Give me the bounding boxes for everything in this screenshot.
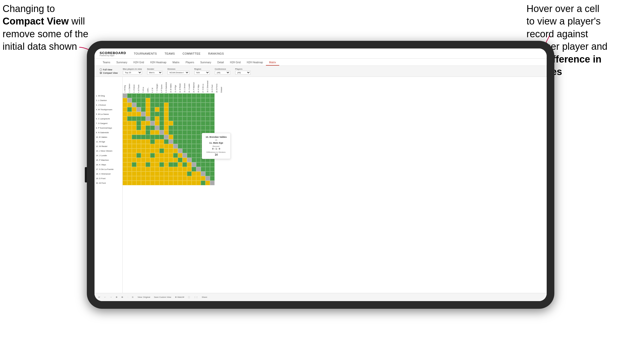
grid-cell[interactable] xyxy=(173,149,178,153)
grid-cell[interactable] xyxy=(141,149,146,153)
grid-cell[interactable] xyxy=(219,121,224,126)
grid-cell[interactable] xyxy=(150,181,155,185)
grid-cell[interactable] xyxy=(169,181,173,185)
grid-cell[interactable] xyxy=(196,126,201,130)
toolbar-grid-icon[interactable]: ⋮⋮ xyxy=(194,296,198,298)
grid-cell[interactable] xyxy=(164,176,169,181)
grid-cell[interactable] xyxy=(196,121,201,126)
grid-cell[interactable] xyxy=(141,112,146,116)
grid-cell[interactable] xyxy=(219,93,224,98)
tablet-button[interactable] xyxy=(85,167,87,182)
grid-cell[interactable] xyxy=(192,126,196,130)
grid-cell[interactable] xyxy=(136,153,141,158)
grid-cell[interactable] xyxy=(182,153,187,158)
grid-cell[interactable] xyxy=(187,181,192,185)
gender-select[interactable]: Men's xyxy=(147,71,162,75)
subnav-matrix2[interactable]: Matrix xyxy=(266,60,279,66)
grid-cell[interactable] xyxy=(201,121,205,126)
grid-cell[interactable] xyxy=(205,116,210,121)
grid-cell[interactable] xyxy=(205,98,210,103)
toolbar-share-icon[interactable]: ⬚ xyxy=(188,296,190,298)
toolbar-back[interactable]: ← xyxy=(104,296,106,298)
grid-cell[interactable] xyxy=(150,112,155,116)
grid-cell[interactable] xyxy=(215,93,219,98)
grid-cell[interactable] xyxy=(159,167,164,171)
compact-view-radio[interactable] xyxy=(100,72,102,74)
subnav-summary1[interactable]: Summary xyxy=(113,60,130,66)
grid-cell[interactable] xyxy=(182,93,187,98)
grid-cell[interactable] xyxy=(150,162,155,167)
grid-cell[interactable] xyxy=(127,103,132,107)
grid-cell[interactable] xyxy=(196,135,201,139)
grid-cell[interactable] xyxy=(201,126,205,130)
grid-cell[interactable] xyxy=(187,144,192,149)
grid-cell[interactable] xyxy=(136,103,141,107)
grid-cell[interactable] xyxy=(150,103,155,107)
grid-cell[interactable] xyxy=(141,135,146,139)
grid-cell[interactable] xyxy=(150,176,155,181)
grid-cell[interactable] xyxy=(201,116,205,121)
grid-cell[interactable] xyxy=(205,162,210,167)
grid-cell[interactable] xyxy=(196,162,201,167)
grid-cell[interactable] xyxy=(219,112,224,116)
toolbar-save-custom[interactable]: Save Custom View xyxy=(154,296,171,298)
grid-cell[interactable] xyxy=(150,135,155,139)
grid-cell[interactable] xyxy=(187,98,192,103)
subnav-summary2[interactable]: Summary xyxy=(197,60,214,66)
grid-cell[interactable] xyxy=(178,126,182,130)
grid-cell[interactable] xyxy=(178,98,182,103)
grid-cell[interactable] xyxy=(173,93,178,98)
grid-cell[interactable] xyxy=(136,176,141,181)
subnav-h2hgrid2[interactable]: H2H Grid xyxy=(227,60,244,66)
grid-cell[interactable] xyxy=(173,98,178,103)
grid-cell[interactable] xyxy=(141,139,146,144)
grid-cell[interactable] xyxy=(205,181,210,185)
grid-cell[interactable] xyxy=(173,103,178,107)
grid-cell[interactable] xyxy=(123,167,127,171)
grid-cell[interactable] xyxy=(155,103,159,107)
grid-cell[interactable] xyxy=(146,167,150,171)
grid-cell[interactable] xyxy=(159,176,164,181)
grid-cell[interactable] xyxy=(146,176,150,181)
grid-cell[interactable] xyxy=(123,98,127,103)
grid-cell[interactable] xyxy=(210,93,215,98)
grid-cell[interactable] xyxy=(127,93,132,98)
grid-cell[interactable] xyxy=(169,162,173,167)
grid-cell[interactable] xyxy=(155,121,159,126)
grid-cell[interactable] xyxy=(159,158,164,162)
grid-cell[interactable] xyxy=(173,107,178,112)
grid-cell[interactable] xyxy=(159,181,164,185)
grid-cell[interactable] xyxy=(123,121,127,126)
grid-cell[interactable] xyxy=(187,158,192,162)
grid-cell[interactable] xyxy=(182,176,187,181)
grid-cell[interactable] xyxy=(169,144,173,149)
grid-cell[interactable] xyxy=(132,121,136,126)
grid-cell[interactable] xyxy=(192,103,196,107)
grid-cell[interactable] xyxy=(132,181,136,185)
grid-cell[interactable] xyxy=(196,153,201,158)
grid-cell[interactable] xyxy=(205,126,210,130)
grid-cell[interactable] xyxy=(123,162,127,167)
grid-cell[interactable] xyxy=(146,116,150,121)
subnav-players[interactable]: Players xyxy=(183,60,197,66)
grid-cell[interactable] xyxy=(196,98,201,103)
grid-cell[interactable] xyxy=(201,176,205,181)
grid-cell[interactable] xyxy=(219,176,224,181)
grid-cell[interactable] xyxy=(136,144,141,149)
grid-cell[interactable] xyxy=(123,135,127,139)
grid-cell[interactable] xyxy=(187,139,192,144)
grid-cell[interactable] xyxy=(210,103,215,107)
grid-cell[interactable] xyxy=(201,112,205,116)
grid-cell[interactable] xyxy=(169,103,173,107)
grid-cell[interactable] xyxy=(159,98,164,103)
toolbar-dot[interactable]: · xyxy=(127,296,128,298)
grid-cell[interactable] xyxy=(150,139,155,144)
grid-cell[interactable] xyxy=(182,144,187,149)
grid-cell[interactable] xyxy=(169,93,173,98)
grid-cell[interactable] xyxy=(141,93,146,98)
grid-cell[interactable] xyxy=(127,121,132,126)
nav-tournaments[interactable]: TOURNAMENTS xyxy=(134,52,157,55)
grid-cell[interactable] xyxy=(159,107,164,112)
grid-cell[interactable] xyxy=(150,126,155,130)
grid-cell[interactable] xyxy=(123,126,127,130)
